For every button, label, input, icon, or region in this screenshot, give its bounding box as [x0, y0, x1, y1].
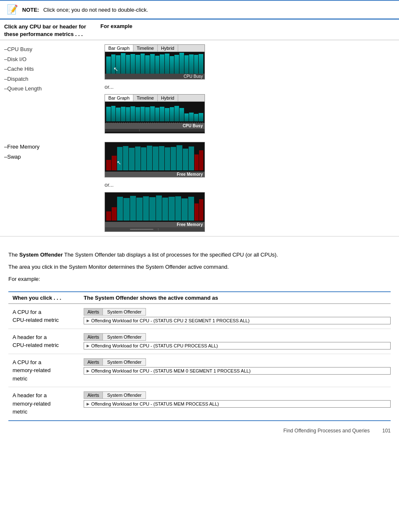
bullet-4: ▶ [87, 402, 90, 406]
cpu-busy-label-1: CPU Busy [105, 74, 205, 79]
offender-command-3: ▶ Offending Workload for CPU - (STATUS M… [84, 367, 391, 375]
offender-title-1[interactable]: System Offender [103, 308, 146, 315]
free-memory-label-2: Free Memory [105, 222, 205, 227]
mem-graph-body-1: ↖ [105, 142, 205, 172]
footer-text: Find Offending Processes and Queries [283, 428, 370, 434]
description-section: The System Offender The System Offender … [0, 244, 399, 291]
bullet-2: ▶ [87, 344, 90, 348]
graph-body-2: CPU Busy ↑ [105, 102, 205, 133]
offender-title-2[interactable]: System Offender [103, 334, 146, 340]
offender-command-1: ▶ Offending Workload for CPU - (STATUS C… [84, 317, 391, 324]
cpu-graph-1: Bar Graph Timeline Hybrid [105, 44, 205, 80]
free-memory-row: –Free Memory –Swap [0, 138, 399, 236]
note-bar: 📝 NOTE: Click once; you do not need to d… [0, 0, 399, 19]
tab-bar-graph-2[interactable]: Bar Graph [105, 95, 133, 101]
alerts-label-2[interactable]: Alerts [84, 334, 103, 340]
tab-bar-graph-1[interactable]: Bar Graph [105, 45, 133, 51]
free-memory-metrics: –Free Memory –Swap [4, 142, 96, 232]
bottom-table: When you click . . . The System Offender… [8, 291, 391, 421]
tab-hybrid-2[interactable]: Hybrid [158, 95, 178, 101]
row2-right: Alerts System Offender ▶ Offending Workl… [75, 333, 391, 350]
offender-tab-3: Alerts System Offender [84, 358, 391, 366]
top-table-col2-header: For example [92, 23, 399, 38]
note-icon: 📝 [7, 4, 18, 15]
alerts-label-1[interactable]: Alerts [84, 308, 103, 315]
or-text-1: or... [105, 84, 399, 90]
cursor-1: ↖ [113, 66, 118, 72]
metric-free-memory: –Free Memory [4, 142, 96, 152]
offender-command-2: ▶ Offending Workload for CPU - (STATUS C… [84, 342, 391, 350]
offender-box-3: Alerts System Offender [84, 358, 146, 366]
metric-swap: –Swap [4, 152, 96, 162]
cpu-metrics-list: –CPU Busy –Disk I/O –Cache Hits –Dispatc… [4, 44, 96, 134]
row3-right: Alerts System Offender ▶ Offending Workl… [75, 358, 391, 375]
graph-bars-1 [105, 52, 205, 74]
page-number: 101 [382, 428, 391, 434]
metric-queue-length: –Queue Length [4, 84, 96, 93]
tab-timeline-2[interactable]: Timeline [133, 95, 158, 101]
offender-box-2: Alerts System Offender [84, 333, 146, 341]
cpu-metrics-row: –CPU Busy –Disk I/O –Cache Hits –Dispatc… [0, 40, 399, 138]
bullet-3: ▶ [87, 369, 90, 373]
metric-cache-hits: –Cache Hits [4, 64, 96, 74]
free-memory-graph-2: Free Memory ━━━━━━━━━━━ ↑ [105, 192, 205, 232]
graph-tabs-2: Bar Graph Timeline Hybrid [105, 95, 205, 102]
row2-left: A header for aCPU-related metric [8, 333, 75, 350]
row1-left: A CPU for aCPU-related metric [8, 308, 75, 324]
offender-tab-4: Alerts System Offender [84, 391, 391, 399]
row3-left: A CPU for amemory-relatedmetric [8, 358, 75, 383]
description-text: The System Offender The System Offender … [8, 251, 391, 260]
offender-title-3[interactable]: System Offender [103, 359, 146, 365]
top-table: Click any CPU bar or header forthese per… [0, 19, 399, 236]
note-label: NOTE: [22, 7, 39, 13]
free-memory-label-1: Free Memory [105, 172, 205, 177]
metric-dispatch: –Dispatch [4, 74, 96, 84]
description-text3: For example: [8, 275, 391, 284]
offender-tab-2: Alerts System Offender [84, 333, 391, 341]
bt-col2-header: The System Offender shows the active com… [75, 295, 391, 301]
graph-tabs-1: Bar Graph Timeline Hybrid [105, 45, 205, 52]
table-row: A header for amemory-relatedmetric Alert… [8, 387, 391, 420]
metric-cpu-busy: –CPU Busy [4, 44, 96, 54]
bt-col1-header: When you click . . . [8, 295, 75, 301]
tab-hybrid-1[interactable]: Hybrid [158, 45, 178, 51]
cpu-graph-2: Bar Graph Timeline Hybrid [105, 94, 205, 134]
top-table-header: Click any CPU bar or header forthese per… [0, 20, 399, 40]
row1-right: Alerts System Offender ▶ Offending Workl… [75, 308, 391, 324]
cpu-examples: Bar Graph Timeline Hybrid [96, 44, 399, 134]
offender-title-4[interactable]: System Offender [103, 392, 146, 398]
free-memory-graph-1: ↖ Free Memory [105, 142, 205, 177]
table-row: A header for aCPU-related metric Alerts … [8, 329, 391, 354]
free-memory-examples: ↖ Free Memory or... [96, 142, 399, 232]
offender-tab-1: Alerts System Offender [84, 308, 391, 316]
description-text2: The area you click in the System Monitor… [8, 263, 391, 272]
row4-right: Alerts System Offender ▶ Offending Workl… [75, 391, 391, 408]
page-footer: Find Offending Processes and Queries 101 [0, 421, 399, 437]
bt-header: When you click . . . The System Offender… [8, 292, 391, 304]
mem2-footer: ━━━━━━━━━━━ ↑ [105, 227, 205, 231]
or-text-2: or... [105, 182, 399, 188]
metric-disk-io: –Disk I/O [4, 54, 96, 64]
offender-box-4: Alerts System Offender [84, 391, 146, 399]
mem-graph-body-2 [105, 193, 205, 222]
offender-box-1: Alerts System Offender [84, 308, 146, 316]
note-text: Click once; you do not need to double-cl… [43, 7, 148, 13]
bullet-1: ▶ [87, 319, 90, 323]
graph-body-1: CPU Busy ↖ [105, 52, 205, 79]
tab-timeline-1[interactable]: Timeline [133, 45, 158, 51]
alerts-label-4[interactable]: Alerts [84, 392, 103, 398]
offender-command-4: ▶ Offending Workload for CPU - (STATUS M… [84, 400, 391, 408]
table-row: A CPU for amemory-relatedmetric Alerts S… [8, 354, 391, 388]
system-offender-bold: System Offender [19, 252, 63, 258]
alerts-label-3[interactable]: Alerts [84, 359, 103, 365]
top-table-col1-header: Click any CPU bar or header forthese per… [0, 23, 92, 38]
cpu-busy-label-2: CPU Busy [105, 123, 205, 129]
graph-bars-2 [105, 102, 205, 123]
row4-left: A header for amemory-relatedmetric [8, 391, 75, 416]
table-row: A CPU for aCPU-related metric Alerts Sys… [8, 304, 391, 329]
